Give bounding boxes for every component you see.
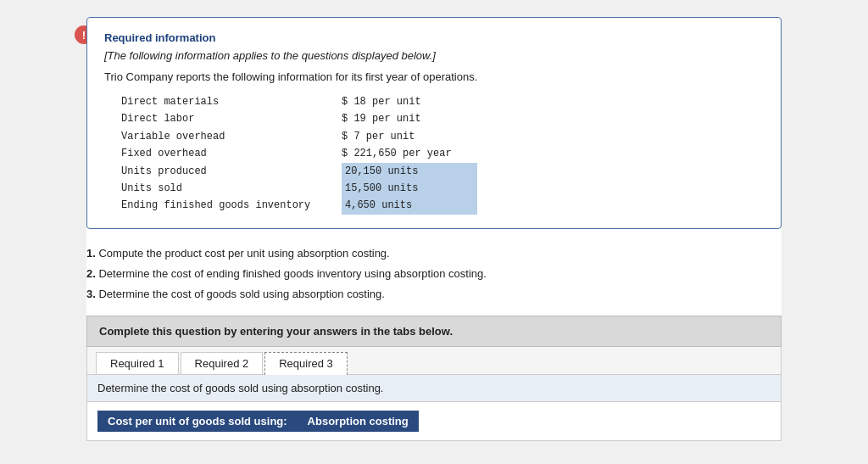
- page-wrapper: ! Required information [The following in…: [17, 17, 851, 441]
- tabs-row: Required 1Required 2Required 3: [87, 347, 781, 375]
- col2-header: Absorption costing: [298, 411, 419, 432]
- row-label: Units sold: [121, 180, 342, 197]
- questions-section: 1. Compute the product cost per unit usi…: [86, 244, 782, 304]
- tab-required-1[interactable]: Required 1: [96, 352, 179, 374]
- row-label: Variable overhead: [121, 128, 342, 145]
- tab-required-2[interactable]: Required 2: [181, 352, 264, 374]
- data-table: Direct materials$ 18 per unitDirect labo…: [121, 93, 764, 215]
- data-row: Direct materials$ 18 per unit: [121, 93, 764, 110]
- row-value: $ 7 per unit: [342, 128, 477, 145]
- col1-header: Cost per unit of goods sold using:: [97, 411, 298, 432]
- question-item: 3. Determine the cost of goods sold usin…: [86, 285, 782, 304]
- italic-note: [The following information applies to th…: [104, 49, 764, 62]
- data-row: Ending finished goods inventory4,650 uni…: [121, 197, 764, 214]
- row-value: $ 18 per unit: [342, 93, 477, 110]
- row-value: 15,500 units: [342, 180, 477, 197]
- question-item: 2. Determine the cost of ending finished…: [86, 265, 782, 283]
- question-item: 1. Compute the product cost per unit usi…: [86, 244, 782, 263]
- tab-required-3[interactable]: Required 3: [264, 352, 348, 375]
- complete-box: Complete this question by entering your …: [86, 316, 782, 347]
- answer-table-container: Cost per unit of goods sold using: Absor…: [87, 402, 781, 440]
- tabs-container: Required 1Required 2Required 3 Determine…: [86, 347, 782, 441]
- row-label: Direct labor: [121, 110, 342, 127]
- main-container: ! Required information [The following in…: [86, 17, 782, 441]
- data-row: Units sold15,500 units: [121, 180, 764, 197]
- required-info-title: Required information: [104, 31, 764, 44]
- data-row: Variable overhead$ 7 per unit: [121, 128, 764, 145]
- row-value: $ 221,650 per year: [342, 145, 477, 162]
- row-label: Direct materials: [121, 93, 342, 110]
- row-value: $ 19 per unit: [342, 110, 477, 127]
- intro-text: Trio Company reports the following infor…: [104, 70, 764, 83]
- data-row: Fixed overhead$ 221,650 per year: [121, 145, 764, 162]
- row-value: 4,650 units: [342, 197, 477, 214]
- info-box: Required information [The following info…: [86, 17, 782, 229]
- row-label: Units produced: [121, 163, 342, 180]
- tab-content-header: Determine the cost of goods sold using a…: [87, 375, 781, 402]
- row-label: Fixed overhead: [121, 145, 342, 162]
- row-value: 20,150 units: [342, 163, 477, 180]
- data-row: Direct labor$ 19 per unit: [121, 110, 764, 127]
- row-label: Ending finished goods inventory: [121, 197, 342, 214]
- answer-table: Cost per unit of goods sold using: Absor…: [97, 411, 419, 432]
- data-row: Units produced20,150 units: [121, 163, 764, 180]
